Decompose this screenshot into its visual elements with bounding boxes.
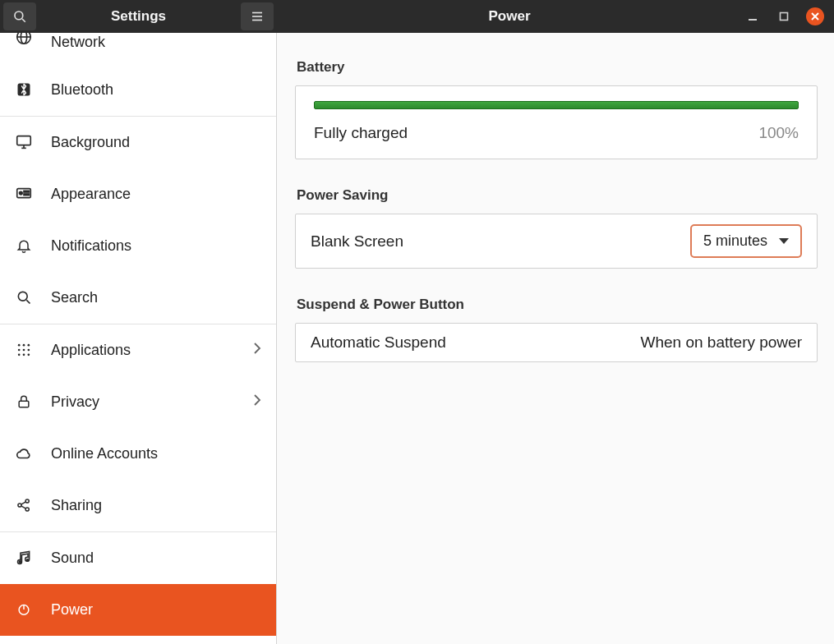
sidebar-item-label: Notifications [51,237,261,255]
battery-card: Fully charged 100% [295,85,818,159]
svg-point-39 [19,605,29,615]
svg-point-27 [28,349,30,352]
svg-point-17 [20,191,23,195]
svg-point-32 [18,504,21,507]
maximize-icon [778,11,790,22]
svg-point-20 [18,292,27,301]
svg-rect-5 [749,19,757,21]
monitor-icon [15,133,33,151]
appearance-icon [15,185,33,203]
svg-point-0 [15,12,23,20]
sidebar-item-search[interactable]: Search [0,272,276,324]
sidebar-item-label: Network [51,34,261,51]
sidebar-item-power[interactable]: Power [0,584,276,636]
sidebar-item-label: Bluetooth [51,81,261,99]
bell-icon [15,237,33,254]
svg-point-29 [23,354,25,356]
svg-point-33 [25,499,29,503]
section-title-suspend: Suspend & Power Button [297,297,818,313]
dropdown-arrow-icon [779,238,789,244]
blank-screen-dropdown[interactable]: 5 minutes [690,224,802,258]
lock-icon [15,393,33,410]
svg-line-8 [812,13,818,20]
svg-rect-13 [17,136,31,145]
svg-point-25 [18,349,21,352]
svg-point-9 [17,33,31,44]
svg-rect-31 [19,401,29,407]
svg-rect-16 [17,189,31,198]
minimize-icon [747,11,758,22]
power-icon [15,601,33,618]
sidebar-item-label: Applications [51,342,235,359]
search-icon [15,289,33,306]
sidebar-item-label: Sharing [51,497,261,514]
battery-level-bar [314,101,799,109]
chevron-right-icon [253,342,261,359]
bluetooth-icon [15,81,33,98]
sidebar-item-sharing[interactable]: Sharing [0,480,276,531]
window-body: Network Bluetooth Background [0,33,834,644]
svg-point-34 [25,508,29,511]
sidebar-item-label: Power [51,601,261,619]
automatic-suspend-row[interactable]: Automatic Suspend When on battery power [295,323,818,362]
svg-point-10 [21,33,26,44]
blank-screen-row[interactable]: Blank Screen 5 minutes [295,214,818,269]
svg-line-1 [22,19,25,22]
page-title: Power [280,8,739,25]
settings-title: Settings [39,8,237,25]
section-title-power-saving: Power Saving [297,187,818,204]
svg-rect-12 [18,84,30,96]
sidebar-list: Network Bluetooth Background [0,33,276,636]
content-area: Battery Fully charged 100% Power Saving … [277,33,834,644]
svg-point-28 [18,354,21,356]
svg-point-22 [18,344,21,347]
svg-line-35 [21,502,26,504]
sidebar-item-privacy[interactable]: Privacy [0,376,276,428]
sidebar-item-background[interactable]: Background [0,117,276,168]
globe-icon [15,33,33,46]
minimize-button[interactable] [744,7,762,25]
header-left: Settings [0,0,277,33]
hamburger-icon [250,9,265,24]
sidebar-item-appearance[interactable]: Appearance [0,168,276,220]
sidebar-item-label: Appearance [51,186,261,203]
automatic-suspend-label: Automatic Suspend [311,334,631,352]
svg-point-26 [23,349,25,352]
sidebar-item-label: Background [51,134,261,151]
svg-rect-6 [781,13,788,21]
section-title-battery: Battery [297,59,818,76]
sidebar-item-label: Privacy [51,393,235,411]
svg-line-7 [812,13,818,20]
svg-line-36 [21,506,26,508]
svg-point-30 [28,354,30,356]
music-icon [15,550,33,566]
svg-line-21 [26,300,30,303]
sidebar-item-applications[interactable]: Applications [0,324,276,376]
close-button[interactable] [806,7,824,25]
svg-point-23 [23,344,25,347]
search-button[interactable] [3,2,36,30]
menu-button[interactable] [241,2,274,30]
sidebar-item-label: Sound [51,550,261,567]
battery-status-text: Fully charged [314,124,408,142]
sidebar-item-label: Online Accounts [51,445,261,462]
chevron-right-icon [253,393,261,411]
settings-window: Settings Power [0,0,834,644]
grid-icon [15,342,33,358]
sidebar-item-sound[interactable]: Sound [0,532,276,584]
sidebar-item-bluetooth[interactable]: Bluetooth [0,64,276,116]
sidebar-item-network[interactable]: Network [0,33,276,64]
automatic-suspend-value: When on battery power [641,334,802,352]
blank-screen-label: Blank Screen [311,232,680,251]
sidebar-item-online-accounts[interactable]: Online Accounts [0,428,276,480]
close-icon [810,12,820,21]
svg-point-24 [28,344,30,347]
svg-point-38 [26,559,30,562]
maximize-button[interactable] [775,7,793,25]
svg-point-37 [18,560,21,564]
sidebar-item-label: Search [51,289,261,306]
battery-percent-text: 100% [758,124,799,142]
sidebar-item-notifications[interactable]: Notifications [0,220,276,272]
svg-rect-19 [24,194,29,196]
share-icon [15,497,33,513]
